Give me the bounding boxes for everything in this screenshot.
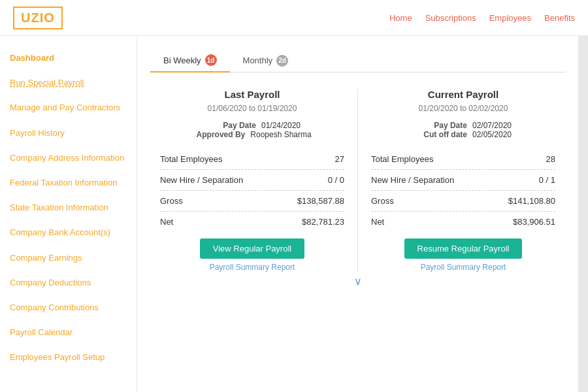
sidebar: Dashboard Run Special Payroll Manage and… — [0, 36, 137, 392]
last-total-employees-value: 27 — [335, 154, 344, 164]
sidebar-item-federal-taxation[interactable]: Federal Taxation Information — [0, 171, 137, 195]
current-new-hire-value: 0 / 1 — [539, 175, 555, 185]
resume-regular-payroll-button[interactable]: Resume Regular Payroll — [404, 238, 523, 259]
tabs: Bi Weekly 1d Monthly 2d — [150, 49, 565, 73]
last-net-label: Net — [160, 217, 173, 227]
sidebar-item-employees-payroll-setup[interactable]: Employees Payroll Setup — [0, 345, 137, 370]
sidebar-item-run-special-payroll[interactable]: Run Special Payroll — [0, 71, 137, 95]
current-net-row: Net $83,906.51 — [371, 212, 555, 232]
payroll-grid: Last Payroll 01/06/2020 to 01/19/2020 Pa… — [150, 89, 565, 272]
current-cutoff-label: Cut off date — [415, 130, 467, 139]
current-new-hire-label: New Hire / Separation — [371, 175, 454, 185]
tab-biweekly-label: Bi Weekly — [163, 56, 201, 65]
sidebar-item-company-earnings[interactable]: Company Earnings — [0, 246, 137, 270]
chevron-down-icon[interactable]: ∨ — [150, 275, 565, 287]
tab-monthly-label: Monthly — [243, 56, 273, 65]
sidebar-item-company-contributions[interactable]: Company Contributions — [0, 295, 137, 320]
last-net-row: Net $82,781.23 — [160, 212, 344, 232]
last-new-hire-value: 0 / 0 — [328, 175, 344, 185]
last-gross-value: $138,587.88 — [297, 196, 344, 206]
current-total-employees-row: Total Employees 28 — [371, 149, 555, 170]
current-payroll-meta: Pay Date 02/07/2020 Cut off date 02/05/2… — [371, 121, 555, 139]
last-payroll-meta: Pay Date 01/24/2020 Approved By Roopesh … — [160, 121, 344, 139]
last-payroll-actions: View Regular Payroll Payroll Summary Rep… — [160, 232, 344, 272]
sidebar-item-payroll-history[interactable]: Payroll History — [0, 121, 137, 146]
current-pay-date-value: 02/07/2020 — [472, 121, 512, 130]
last-total-employees-label: Total Employees — [160, 154, 222, 164]
current-payroll-summary-link[interactable]: Payroll Summary Report — [421, 263, 506, 272]
sidebar-item-company-deductions[interactable]: Company Deductions — [0, 270, 137, 295]
nav-employees[interactable]: Employees — [489, 13, 531, 23]
sidebar-item-dashboard[interactable]: Dashboard — [0, 46, 137, 71]
last-payroll-summary-link[interactable]: Payroll Summary Report — [210, 263, 295, 272]
last-approved-by-label: Approved By — [193, 130, 245, 139]
last-gross-label: Gross — [160, 196, 183, 206]
last-approved-by-value: Roopesh Sharma — [250, 130, 311, 139]
last-payroll-col: Last Payroll 01/06/2020 to 01/19/2020 Pa… — [150, 89, 354, 272]
sidebar-item-company-address[interactable]: Company Address Information — [0, 146, 137, 171]
last-total-employees-row: Total Employees 27 — [160, 149, 344, 170]
nav-links: Home Subscriptions Employees Benefits — [389, 13, 575, 23]
last-pay-date-value: 01/24/2020 — [261, 121, 301, 130]
current-payroll-title: Current Payroll — [371, 89, 555, 100]
payroll-column-divider — [357, 89, 358, 272]
current-cutoff-value: 02/05/2020 — [472, 130, 512, 139]
last-gross-row: Gross $138,587.88 — [160, 191, 344, 212]
current-payroll-period: 01/20/2020 to 02/02/2020 — [371, 104, 555, 113]
current-gross-row: Gross $141,108.80 — [371, 191, 555, 212]
sidebar-item-payroll-calendar[interactable]: Payroll Calendar — [0, 320, 137, 345]
layout: Dashboard Run Special Payroll Manage and… — [0, 36, 588, 392]
current-net-value: $83,906.51 — [513, 217, 555, 227]
last-net-value: $82,781.23 — [302, 217, 344, 227]
sidebar-item-state-taxation[interactable]: State Taxation Information — [0, 195, 137, 220]
current-pay-date-label: Pay Date — [415, 121, 467, 130]
tab-monthly-badge: 2d — [276, 55, 288, 67]
nav-benefits[interactable]: Benefits — [544, 13, 575, 23]
tab-biweekly-badge: 1d — [205, 54, 217, 66]
view-regular-payroll-button[interactable]: View Regular Payroll — [200, 238, 304, 259]
current-payroll-actions: Resume Regular Payroll Payroll Summary R… — [371, 232, 555, 272]
right-scrollbar-area — [578, 36, 588, 392]
sidebar-item-company-bank[interactable]: Company Bank Account(s) — [0, 220, 137, 245]
main-content: Bi Weekly 1d Monthly 2d Last Payroll 01/… — [137, 36, 578, 392]
current-net-label: Net — [371, 217, 384, 227]
sidebar-item-manage-contractors[interactable]: Manage and Pay Contractors — [0, 95, 137, 120]
nav-subscriptions[interactable]: Subscriptions — [425, 13, 476, 23]
tab-monthly[interactable]: Monthly 2d — [230, 49, 302, 72]
nav-home[interactable]: Home — [389, 13, 412, 23]
logo: UZIO — [13, 7, 63, 29]
top-nav: UZIO Home Subscriptions Employees Benefi… — [0, 0, 588, 36]
current-total-employees-value: 28 — [546, 154, 555, 164]
last-pay-date-label: Pay Date — [204, 121, 256, 130]
tab-biweekly[interactable]: Bi Weekly 1d — [150, 49, 230, 73]
current-new-hire-row: New Hire / Separation 0 / 1 — [371, 170, 555, 191]
current-gross-label: Gross — [371, 196, 394, 206]
last-payroll-title: Last Payroll — [160, 89, 344, 100]
last-new-hire-row: New Hire / Separation 0 / 0 — [160, 170, 344, 191]
current-total-employees-label: Total Employees — [371, 154, 433, 164]
current-gross-value: $141,108.80 — [508, 196, 555, 206]
last-new-hire-label: New Hire / Separation — [160, 175, 243, 185]
current-payroll-col: Current Payroll 01/20/2020 to 02/02/2020… — [361, 89, 565, 272]
last-payroll-period: 01/06/2020 to 01/19/2020 — [160, 104, 344, 113]
